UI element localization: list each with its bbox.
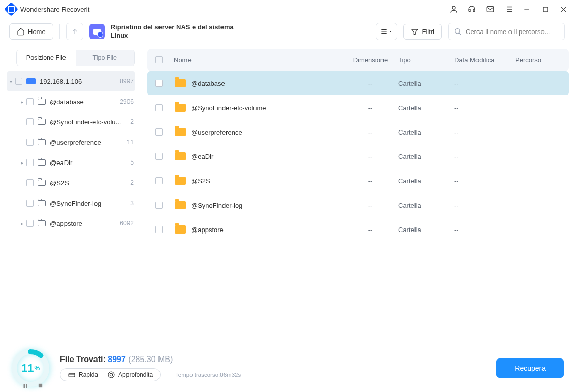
checkbox[interactable] — [26, 179, 34, 186]
scan-mode-pills: Rapida Approfondita — [60, 368, 161, 381]
table-row[interactable]: @SynoFinder-log--Cartella-- — [147, 193, 569, 217]
tree-item-count: 2906 — [120, 98, 134, 105]
user-icon[interactable] — [449, 5, 458, 14]
row-checkbox[interactable] — [155, 80, 163, 87]
quick-scan-icon — [68, 371, 76, 379]
search-input[interactable] — [466, 28, 559, 36]
mail-icon[interactable] — [486, 5, 495, 14]
divider — [59, 24, 60, 39]
file-tree: ▾ 192.168.1.106 8997 ▸@database2906@Syno… — [7, 71, 135, 234]
mode-deep-label: Approfondita — [118, 371, 153, 378]
row-checkbox[interactable] — [155, 104, 163, 111]
menu-icon[interactable] — [504, 5, 513, 14]
table-row[interactable]: @S2S--Cartella-- — [147, 169, 569, 193]
tree-item[interactable]: ▸@eaDir5 — [7, 152, 135, 173]
search-box[interactable] — [448, 23, 565, 40]
support-icon[interactable] — [467, 5, 476, 14]
pause-button[interactable] — [22, 383, 28, 389]
home-icon — [17, 27, 25, 36]
row-checkbox[interactable] — [155, 226, 163, 233]
view-mode-button[interactable] — [376, 23, 397, 40]
row-dim: -- — [342, 153, 398, 160]
caret-icon[interactable]: ▸ — [19, 221, 24, 226]
row-checkbox[interactable] — [155, 177, 163, 184]
tree-item[interactable]: @S2S2 — [7, 173, 135, 193]
checkbox[interactable] — [26, 200, 34, 207]
row-name: @SynoFinder-log — [191, 202, 342, 209]
row-checkbox[interactable] — [155, 153, 163, 160]
table-row[interactable]: @userpreference--Cartella-- — [147, 120, 569, 144]
toolbar: Home Ripristino del server NAS e del sis… — [0, 18, 574, 45]
mode-quick[interactable]: Rapida — [68, 371, 98, 379]
tree-item[interactable]: @SynoFinder-log3 — [7, 193, 135, 213]
col-type[interactable]: Tipo — [398, 56, 454, 64]
tree-item-label: @eaDir — [50, 159, 127, 167]
table-row[interactable]: @appstore--Cartella-- — [147, 217, 569, 242]
row-name: @appstore — [191, 226, 342, 234]
select-all-checkbox[interactable] — [155, 56, 163, 63]
maximize-icon[interactable] — [540, 5, 550, 14]
home-button[interactable]: Home — [9, 23, 53, 40]
row-type: Cartella — [398, 153, 454, 160]
mode-deep[interactable]: Approfondita — [107, 371, 153, 379]
row-mod: -- — [454, 128, 515, 136]
tree-item-label: @SynoFinder-etc-volu... — [50, 118, 127, 126]
row-type: Cartella — [398, 128, 454, 136]
row-type: Cartella — [398, 80, 454, 87]
row-dim: -- — [342, 202, 398, 209]
svg-point-0 — [452, 6, 455, 9]
tree-item[interactable]: @userpreference11 — [7, 132, 135, 152]
tree-item[interactable]: ▸@database2906 — [7, 91, 135, 112]
recover-button[interactable]: Recupera — [496, 358, 564, 378]
svg-rect-11 — [39, 384, 42, 387]
filter-button[interactable]: Filtri — [403, 24, 442, 40]
checkbox[interactable] — [15, 78, 22, 85]
titlebar: Wondershare Recoverit — [0, 0, 574, 18]
list-icon — [380, 28, 388, 35]
row-checkbox[interactable] — [155, 128, 163, 136]
folder-icon — [175, 225, 186, 234]
minimize-icon[interactable] — [522, 5, 531, 14]
table-rows: @database--Cartella--@SynoFinder-etc-vol… — [142, 71, 574, 344]
nav-up-button[interactable] — [66, 23, 83, 40]
chevron-down-icon — [389, 29, 393, 34]
col-name[interactable]: Nome — [171, 56, 342, 64]
checkbox[interactable] — [26, 220, 34, 227]
folder-icon — [175, 177, 186, 185]
tree-item-label: @S2S — [50, 179, 127, 187]
checkbox[interactable] — [26, 139, 34, 146]
stop-button[interactable] — [38, 383, 43, 389]
col-mod[interactable]: Data Modifica — [454, 56, 515, 64]
tab-position-file[interactable]: Posizione File — [17, 50, 76, 66]
caret-icon[interactable]: ▸ — [19, 160, 24, 166]
tree-item[interactable]: @SynoFinder-etc-volu...2 — [7, 112, 135, 132]
col-dim[interactable]: Dimensione — [342, 56, 398, 64]
tree-item-count: 11 — [127, 139, 134, 146]
tab-type-file[interactable]: Tipo File — [76, 50, 135, 66]
checkbox[interactable] — [26, 159, 34, 166]
close-icon[interactable] — [559, 5, 568, 14]
svg-point-7 — [108, 372, 114, 378]
checkbox[interactable] — [26, 118, 34, 125]
tree-item-label: @appstore — [50, 220, 117, 227]
context-title: Ripristino del server NAS e del sistema … — [111, 23, 243, 39]
col-path[interactable]: Percorso — [515, 56, 561, 64]
row-dim: -- — [342, 226, 398, 234]
row-dim: -- — [342, 177, 398, 185]
svg-rect-10 — [26, 384, 27, 388]
row-checkbox[interactable] — [155, 202, 163, 209]
caret-icon[interactable]: ▸ — [19, 99, 24, 105]
tree-item-count: 3 — [130, 200, 134, 207]
row-mod: -- — [454, 226, 515, 234]
table-row[interactable]: @database--Cartella-- — [147, 71, 569, 95]
tree-item-count: 2 — [130, 179, 134, 186]
table-row[interactable]: @SynoFinder-etc-volume--Cartella-- — [147, 95, 569, 120]
tree-item[interactable]: ▸@appstore6092 — [7, 213, 135, 234]
table-row[interactable]: @eaDir--Cartella-- — [147, 144, 569, 169]
row-mod: -- — [454, 80, 515, 87]
row-name: @S2S — [191, 177, 342, 185]
checkbox[interactable] — [26, 98, 34, 105]
caret-down-icon[interactable]: ▾ — [8, 79, 13, 84]
tree-root[interactable]: ▾ 192.168.1.106 8997 — [7, 71, 135, 91]
app-title: Wondershare Recoverit — [20, 6, 89, 13]
